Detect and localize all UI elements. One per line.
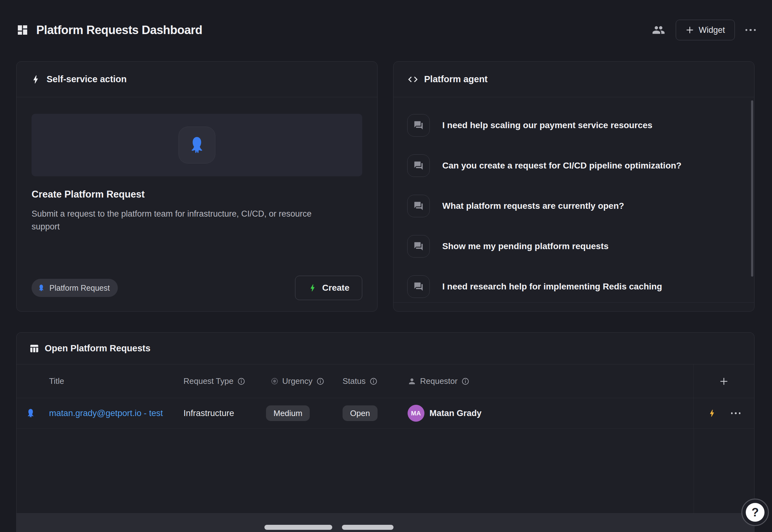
table-icon — [29, 344, 39, 354]
agent-suggestion-item[interactable]: Can you create a request for CI/CD pipel… — [407, 151, 740, 181]
open-platform-requests-card: Open Platform Requests Title Request Typ… — [16, 332, 754, 532]
table-row[interactable]: matan.grady@getport.io - test Infrastruc… — [17, 398, 754, 429]
column-label: Urgency — [282, 376, 313, 386]
horizontal-scrollbar-thumb[interactable] — [264, 525, 332, 530]
action-logo-tile — [178, 127, 215, 163]
agent-suggestion-item[interactable]: What platform requests are currently ope… — [407, 191, 740, 221]
agent-suggestion-item[interactable]: Show me my pending platform requests — [407, 231, 740, 261]
question-mark-icon: ? — [746, 503, 764, 522]
code-icon — [407, 74, 419, 85]
action-description: Submit a request to the platform team fo… — [32, 208, 332, 233]
row-more-menu-button[interactable] — [731, 412, 741, 414]
help-button[interactable]: ? — [741, 499, 769, 526]
chip-label: Platform Request — [49, 284, 110, 293]
add-column-cell — [693, 364, 754, 398]
add-widget-button[interactable]: Widget — [676, 20, 734, 40]
add-widget-label: Widget — [699, 25, 725, 35]
bolt-icon — [30, 74, 41, 85]
chat-bubble-icon[interactable] — [407, 195, 430, 217]
agent-suggestion-item[interactable]: I need help scaling our payment service … — [407, 110, 740, 140]
column-header-urgency[interactable]: Urgency — [266, 376, 343, 386]
agent-suggestion-text: What platform requests are currently ope… — [442, 201, 624, 211]
person-icon — [408, 377, 416, 386]
info-icon[interactable] — [316, 377, 324, 385]
table-empty-body — [17, 429, 754, 513]
row-request-type: Infrastructure — [183, 408, 234, 418]
share-users-button[interactable] — [652, 23, 665, 37]
table-title: Open Platform Requests — [45, 343, 150, 354]
table-bottom-scroll-area — [17, 513, 754, 532]
page-header: Platform Requests Dashboard Widget — [16, 0, 756, 60]
info-icon[interactable] — [237, 377, 245, 385]
row-run-action-button[interactable] — [707, 409, 717, 418]
agent-vertical-scrollbar[interactable] — [751, 100, 753, 277]
platform-agent-card: Platform agent I need help scaling our p… — [393, 61, 754, 312]
column-label: Requestor — [420, 376, 458, 386]
agent-suggestion-text: I need research help for implementing Re… — [442, 282, 662, 292]
agent-suggestion-text: Can you create a request for CI/CD pipel… — [442, 161, 681, 171]
column-header-status[interactable]: Status — [343, 376, 408, 386]
agent-footer-divider — [394, 302, 754, 303]
avatar: MA — [408, 405, 424, 422]
chat-bubble-icon[interactable] — [407, 154, 430, 177]
status-badge: Open — [343, 405, 378, 421]
info-icon[interactable] — [369, 377, 378, 385]
action-hero-banner — [32, 114, 362, 176]
create-button-label: Create — [322, 283, 349, 293]
people-icon — [652, 23, 665, 37]
self-service-action-card: Self-service action Create Platform Requ… — [16, 61, 378, 312]
table-column-header-row: Title Request Type Urgency Status — [17, 364, 754, 398]
column-label: Title — [49, 376, 64, 386]
octopus-icon — [37, 284, 45, 292]
row-title-link[interactable]: matan.grady@getport.io - test — [49, 408, 163, 418]
agent-suggestion-text: Show me my pending platform requests — [442, 241, 609, 251]
urgency-badge: Medium — [266, 405, 310, 421]
info-icon[interactable] — [461, 377, 469, 385]
horizontal-scrollbar-thumb[interactable] — [342, 525, 394, 530]
octopus-icon — [25, 408, 36, 419]
chat-bubble-icon[interactable] — [407, 235, 430, 258]
create-button[interactable]: Create — [295, 276, 362, 300]
chat-bubble-icon[interactable] — [407, 114, 430, 137]
octopus-logo-icon — [187, 135, 207, 155]
chat-bubble-icon[interactable] — [407, 275, 430, 298]
platform-request-chip[interactable]: Platform Request — [32, 279, 118, 297]
row-requestor-name: Matan Grady — [429, 408, 482, 418]
column-label: Request Type — [183, 376, 233, 386]
column-header-title[interactable]: Title — [47, 376, 182, 386]
agent-suggestions-list: I need help scaling our payment service … — [394, 97, 754, 302]
agent-suggestion-item[interactable]: I need research help for implementing Re… — [407, 272, 740, 302]
agent-suggestion-text: I need help scaling our payment service … — [442, 120, 652, 130]
dashboard-icon — [16, 24, 29, 36]
action-heading: Create Platform Request — [32, 189, 362, 200]
column-header-request-type[interactable]: Request Type — [182, 376, 266, 386]
column-header-requestor[interactable]: Requestor — [408, 376, 693, 386]
add-column-button[interactable] — [719, 377, 729, 386]
bolt-icon — [308, 283, 317, 293]
column-label: Status — [343, 376, 366, 386]
radio-icon — [271, 377, 278, 385]
plus-icon — [685, 26, 694, 34]
card-title: Platform agent — [424, 74, 488, 84]
card-title: Self-service action — [47, 74, 127, 84]
page-title: Platform Requests Dashboard — [36, 23, 202, 37]
actions-column-divider — [694, 429, 694, 513]
header-more-menu-button[interactable] — [745, 29, 756, 31]
